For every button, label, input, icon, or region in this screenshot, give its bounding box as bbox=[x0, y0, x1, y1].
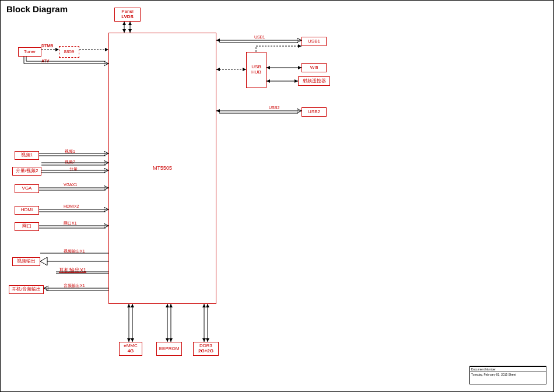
arrows-layer bbox=[1, 1, 554, 392]
